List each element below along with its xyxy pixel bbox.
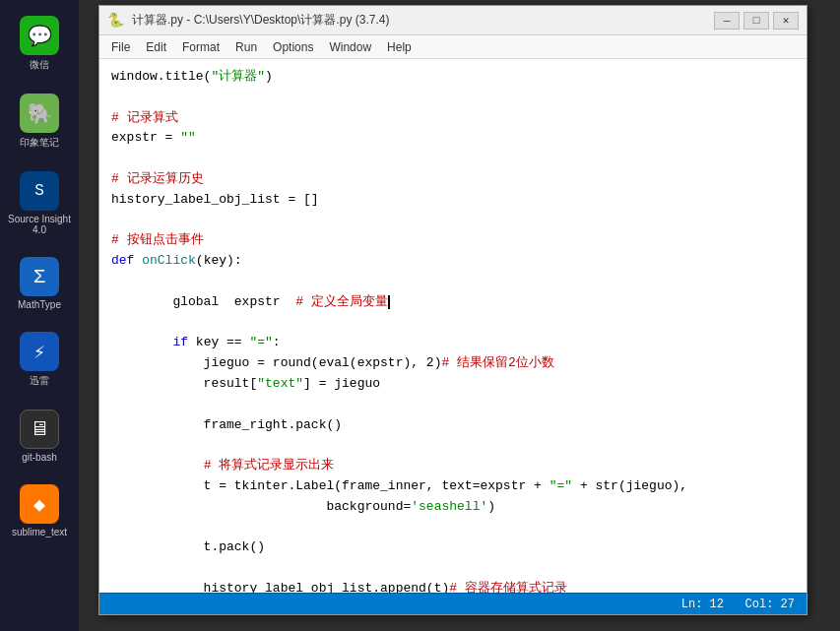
maximize-button[interactable]: □ (743, 12, 769, 30)
mathtype-icon: Σ (20, 257, 59, 296)
menu-window[interactable]: Window (321, 38, 379, 56)
code-line (111, 149, 795, 169)
code-line: expstr = "" (111, 128, 795, 149)
code-line: t.pack() (111, 537, 795, 558)
code-line (111, 313, 795, 334)
code-line: window.title("计算器") (111, 67, 795, 88)
code-line: t = tkinter.Label(frame_inner, text=exps… (111, 476, 795, 497)
python-icon: 🐍 (107, 12, 124, 29)
sidebar-app-git-bash[interactable]: 🖥 git-bash (4, 404, 75, 469)
status-bar: Ln: 12 Col: 27 (99, 593, 807, 614)
source-insight-label: Source Insight 4.0 (8, 214, 71, 235)
window-controls: — □ ✕ (714, 12, 799, 30)
code-line (111, 272, 795, 292)
col-number: Col: 27 (745, 598, 795, 611)
code-line (111, 435, 795, 456)
sidebar: 💬 微信 🐘 印象笔记 S Source Insight 4.0 Σ MathT… (0, 0, 79, 631)
thunder-icon: ⚡ (20, 332, 59, 371)
code-line (111, 395, 795, 415)
code-line (111, 88, 795, 108)
thunder-label: 迅雷 (30, 374, 49, 388)
title-bar: 🐍 计算器.py - C:\Users\Y\Desktop\计算器.py (3.… (99, 6, 807, 35)
menu-file[interactable]: File (103, 38, 138, 56)
minimize-button[interactable]: — (714, 12, 740, 30)
code-line (111, 518, 795, 538)
code-line: # 记录运算历史 (111, 169, 795, 190)
code-line: history_label_obj_list = [] (111, 190, 795, 211)
sidebar-app-source-insight[interactable]: S Source Insight 4.0 (4, 165, 75, 241)
evernote-label: 印象笔记 (20, 136, 59, 150)
sidebar-app-mathtype[interactable]: Σ MathType (4, 251, 75, 316)
code-line: def onClick(key): (111, 251, 795, 272)
line-number: Ln: 12 (681, 598, 724, 611)
editor-body: window.title("计算器") # 记录算式expstr = "" # … (99, 59, 807, 593)
ln-col-indicator: Ln: 12 Col: 27 (681, 598, 795, 611)
text-cursor (388, 295, 390, 309)
code-line (111, 558, 795, 579)
code-line: # 将算式记录显示出来 (111, 456, 795, 476)
code-line: result["text"] = jieguo (111, 374, 795, 395)
sidebar-app-evernote[interactable]: 🐘 印象笔记 (4, 88, 75, 156)
sidebar-app-thunder[interactable]: ⚡ 迅雷 (4, 326, 75, 394)
wechat-label: 微信 (30, 58, 49, 72)
window-title: 计算器.py - C:\Users\Y\Desktop\计算器.py (3.7.… (132, 12, 706, 29)
code-line: history_label_obj_list.append(t)# 容器存储算式… (111, 579, 795, 593)
menu-bar: File Edit Format Run Options Window Help (99, 35, 807, 59)
menu-options[interactable]: Options (265, 38, 321, 56)
wechat-icon: 💬 (20, 16, 59, 55)
code-line: jieguo = round(eval(expstr), 2)# 结果保留2位小… (111, 353, 795, 374)
git-bash-icon: 🖥 (20, 410, 59, 449)
sidebar-app-wechat[interactable]: 💬 微信 (4, 10, 75, 78)
menu-edit[interactable]: Edit (138, 38, 174, 56)
source-insight-icon: S (20, 171, 59, 211)
code-line: global expstr # 定义全局变量 (111, 292, 795, 313)
sublime-label: sublime_text (12, 527, 67, 537)
mathtype-label: MathType (18, 299, 61, 310)
close-button[interactable]: ✕ (773, 12, 799, 30)
code-line: frame_right.pack() (111, 415, 795, 436)
menu-help[interactable]: Help (379, 38, 420, 56)
git-bash-label: git-bash (22, 452, 57, 463)
sublime-icon: ◆ (20, 484, 59, 524)
evernote-icon: 🐘 (20, 94, 59, 133)
code-line: # 记录算式 (111, 108, 795, 129)
code-line: # 按钮点击事件 (111, 230, 795, 251)
code-editor[interactable]: window.title("计算器") # 记录算式expstr = "" # … (99, 59, 807, 593)
code-line: background='seashell') (111, 497, 795, 518)
code-line (111, 211, 795, 231)
editor-window: 🐍 计算器.py - C:\Users\Y\Desktop\计算器.py (3.… (98, 5, 808, 615)
sidebar-app-sublime[interactable]: ◆ sublime_text (4, 478, 75, 543)
code-line: if key == "=": (111, 333, 795, 353)
menu-run[interactable]: Run (227, 38, 265, 56)
menu-format[interactable]: Format (174, 38, 227, 56)
